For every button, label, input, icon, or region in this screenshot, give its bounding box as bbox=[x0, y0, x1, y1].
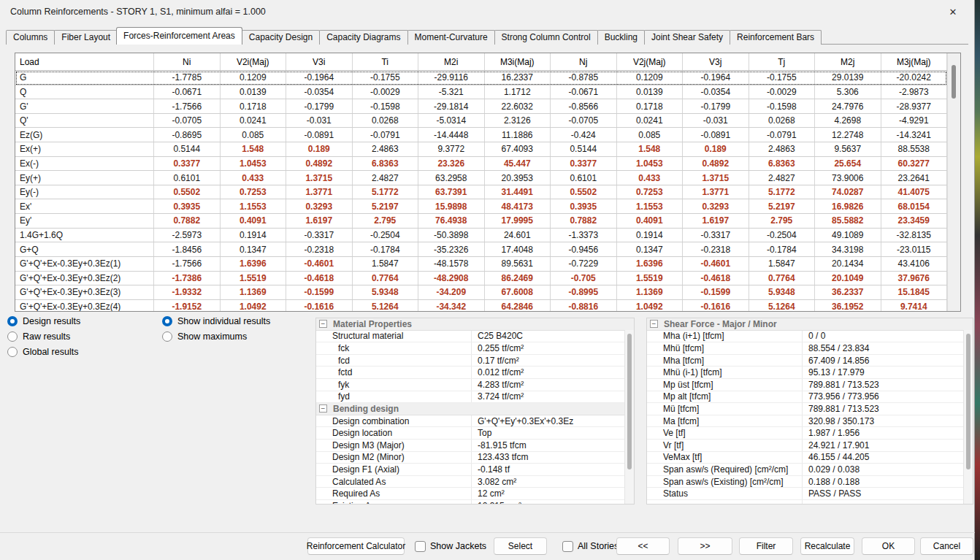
tab-capacity-design[interactable]: Capacity Design bbox=[242, 30, 320, 45]
collapse-icon[interactable]: − bbox=[319, 404, 327, 413]
table-row-g-q[interactable]: G+Q-1.84560.1347-0.2318-0.1784-35.232617… bbox=[15, 242, 947, 257]
reinforcement-calculator-button[interactable]: Reinforcement Calculator bbox=[307, 537, 405, 555]
shear-panel-scrollbar[interactable] bbox=[963, 330, 973, 504]
table-row-g[interactable]: G-1.77850.1209-0.1964-0.1755-29.911616.2… bbox=[15, 71, 947, 85]
property-row-existing-as[interactable]: Existing As12.315 cm² bbox=[316, 500, 634, 505]
tab-capacity-diagrams[interactable]: Capacity Diagrams bbox=[319, 30, 407, 45]
table-row-g-q-ex-0-3ey-0-3ez-3[interactable]: G'+Q'+Ex-0.3Ey+0.3Ez(3)-1.93321.1369-0.1… bbox=[15, 285, 947, 300]
title-bar[interactable]: Column Reinforcements - STORY 1, S1, min… bbox=[0, 0, 974, 23]
table-row-ex[interactable]: Ex(-)0.33771.04530.48926.836323.32645.44… bbox=[15, 157, 947, 172]
property-row-design-m2-minor[interactable]: Design M2 (Minor)123.433 tfcm bbox=[316, 452, 634, 464]
filter-button[interactable]: Filter bbox=[739, 537, 793, 555]
property-row-span-asw-s-existing-cm-cm[interactable]: Span asw/s (Existing) [cm²/cm]0.188 / 0.… bbox=[647, 476, 973, 488]
table-vertical-scrollbar[interactable] bbox=[947, 53, 960, 311]
collapse-icon[interactable]: − bbox=[650, 320, 658, 328]
column-header-tj[interactable]: Tj bbox=[749, 53, 816, 70]
cancel-button[interactable]: Cancel bbox=[920, 537, 973, 555]
property-row-mh-i-1-tfcm[interactable]: Mhü (i-1) [tfcm]95.13 / 17.979 bbox=[647, 367, 973, 379]
select-button[interactable]: Select bbox=[494, 537, 547, 555]
tab-fiber-layout[interactable]: Fiber Layout bbox=[54, 30, 118, 45]
property-row-span-asw-s-required-cm-cm[interactable]: Span asw/s (Required) [cm²/cm]0.029 / 0.… bbox=[647, 464, 973, 476]
property-row-vemax-tf[interactable]: VeMax [tf]46.155 / 44.205 bbox=[647, 452, 973, 464]
ok-button[interactable]: OK bbox=[862, 537, 915, 555]
radio-design-results[interactable]: Design results bbox=[7, 315, 80, 327]
property-row-fyd[interactable]: fyd3.724 tf/cm² bbox=[316, 391, 634, 404]
column-header-v3j[interactable]: V3j bbox=[683, 53, 749, 70]
scrollbar-thumb[interactable] bbox=[966, 334, 971, 469]
column-header-v2j-maj[interactable]: V2j(Maj) bbox=[617, 53, 684, 70]
property-row-ma-tfcm[interactable]: Ma [tfcm]320.98 / 350.173 bbox=[647, 415, 973, 428]
tab-strong-column-control[interactable]: Strong Column Control bbox=[494, 30, 598, 45]
column-header-m2j[interactable]: M2j bbox=[815, 53, 881, 70]
table-row-g[interactable]: G'-1.75660.1718-0.1799-0.1598-29.181422.… bbox=[15, 99, 947, 114]
property-row-design-f1-axial[interactable]: Design F1 (Axial)-0.148 tf bbox=[316, 464, 634, 476]
column-header-load[interactable]: Load bbox=[15, 53, 154, 70]
property-row-required-as[interactable]: Required As12 cm² bbox=[316, 488, 634, 500]
property-row-design-location[interactable]: Design locationTop bbox=[316, 427, 634, 440]
recalculate-button[interactable]: Recalculate bbox=[800, 537, 854, 555]
table-row-ey[interactable]: Ey(-)0.55020.72531.37715.177263.739131.4… bbox=[15, 185, 947, 200]
column-header-nj[interactable]: Nj bbox=[551, 53, 617, 70]
next-button[interactable]: >> bbox=[678, 537, 732, 555]
property-row-mp-st-tfcm[interactable]: Mp üst [tfcm]789.881 / 713.523 bbox=[647, 379, 973, 391]
table-row-g-q-ex-0-3ey-0-3ez-4[interactable]: G'+Q'+Ex-0.3Ey+0.3Ez(4)-1.91521.0492-0.1… bbox=[15, 300, 947, 311]
table-row-q[interactable]: Q'-0.07050.0241-0.0310.0268-5.03142.3126… bbox=[15, 114, 947, 129]
table-row-g-q-ex-0-3ey-0-3ez-2[interactable]: G'+Q'+Ex-0.3Ey+0.3Ez(2)-1.73861.5519-0.4… bbox=[15, 272, 947, 286]
tab-moment-curvature[interactable]: Moment-Curvature bbox=[407, 30, 495, 45]
property-row-fyk[interactable]: fyk4.283 tf/cm² bbox=[316, 379, 634, 391]
column-header-ti[interactable]: Ti bbox=[353, 53, 419, 70]
table-row-ey[interactable]: Ey'0.78820.40911.61972.79576.493817.9995… bbox=[15, 214, 947, 229]
radio-show-individual-results[interactable]: Show individual results bbox=[162, 315, 270, 327]
table-row-1-4g-1-6q[interactable]: 1.4G+1.6Q-2.59730.1914-0.3317-0.2504-50.… bbox=[15, 229, 947, 243]
property-row-mha-i-1-tfcm[interactable]: Mha (i+1) [tfcm]0 / 0 bbox=[647, 331, 973, 343]
all-stories-checkbox[interactable]: All Stories bbox=[562, 537, 619, 555]
tab-buckling[interactable]: Buckling bbox=[597, 30, 645, 45]
column-header-ni[interactable]: Ni bbox=[154, 53, 221, 70]
scrollbar-thumb[interactable] bbox=[627, 334, 632, 469]
property-row-design-m3-major[interactable]: Design M3 (Major)-81.915 tfcm bbox=[316, 440, 634, 452]
property-label: Design F1 (Axial) bbox=[316, 464, 471, 475]
column-header-m3i-maj[interactable]: M3i(Maj) bbox=[485, 53, 551, 70]
property-row-structural-material[interactable]: Structural materialC25 B420C bbox=[316, 331, 634, 343]
radio-show-maximums[interactable]: Show maximums bbox=[162, 331, 247, 342]
property-row-mha-tfcm[interactable]: Mha [tfcm]67.409 / 14.856 bbox=[647, 355, 973, 367]
tab-columns[interactable]: Columns bbox=[6, 30, 55, 45]
value-cell: 1.5847 bbox=[749, 257, 816, 271]
close-icon[interactable]: ✕ bbox=[938, 0, 968, 23]
column-header-v2i-maj[interactable]: V2i(Maj) bbox=[221, 53, 287, 70]
table-row-q[interactable]: Q-0.06710.0139-0.0354-0.0029-5.3211.1712… bbox=[15, 85, 947, 100]
property-row-calculated-as[interactable]: Calculated As3.082 cm² bbox=[316, 476, 634, 488]
material-panel-scrollbar[interactable] bbox=[624, 330, 634, 504]
property-row-fcd[interactable]: fcd0.17 tf/cm² bbox=[316, 355, 634, 367]
property-row-status[interactable]: StatusPASS / PASS bbox=[647, 488, 973, 500]
tab-forces-reinforcement-areas[interactable]: Forces-Reinforcement Areas bbox=[116, 27, 242, 45]
column-header-m3j-maj[interactable]: M3j(Maj) bbox=[881, 53, 948, 70]
property-row-design-combination[interactable]: Design combinationG'+Q'+Ey'+0.3Ex'+0.3Ez bbox=[316, 415, 634, 428]
section-header-shear-force-major-minor[interactable]: −Shear Force - Major / Minor bbox=[647, 318, 973, 331]
property-row-fck[interactable]: fck0.255 tf/cm² bbox=[316, 342, 634, 355]
section-header-bending-design[interactable]: −Bending design bbox=[316, 403, 634, 415]
table-row-ex[interactable]: Ex(+)0.51441.5480.1892.48639.377267.4093… bbox=[15, 142, 947, 157]
property-row-m-tfcm[interactable]: Mü [tfcm]789.881 / 713.523 bbox=[647, 403, 973, 415]
scrollbar-thumb[interactable] bbox=[952, 65, 956, 99]
property-row-vr-tf[interactable]: Vr [tf]24.921 / 17.901 bbox=[647, 440, 973, 452]
table-row-g-q-ex-0-3ey-0-3ez-1[interactable]: G'+Q'+Ex-0.3Ey+0.3Ez(1)-1.75661.6396-0.4… bbox=[15, 257, 947, 272]
tab-reinforcement-bars[interactable]: Reinforcement Bars bbox=[730, 30, 822, 45]
value-cell: 68.0154 bbox=[881, 199, 948, 213]
radio-raw-results[interactable]: Raw results bbox=[7, 331, 70, 342]
collapse-icon[interactable]: − bbox=[319, 320, 327, 328]
table-row-ey[interactable]: Ey(+)0.61010.4331.37152.482763.295820.39… bbox=[15, 171, 947, 185]
tab-joint-shear-safety[interactable]: Joint Shear Safety bbox=[644, 30, 730, 45]
property-row-fctd[interactable]: fctd0.012 tf/cm² bbox=[316, 367, 634, 379]
previous-button[interactable]: << bbox=[616, 537, 670, 555]
section-header-material-properties[interactable]: −Material Properties bbox=[316, 318, 634, 331]
column-header-v3i[interactable]: V3i bbox=[286, 53, 353, 70]
column-header-m2i[interactable]: M2i bbox=[418, 53, 485, 70]
table-row-ez-g[interactable]: Ez(G)-0.86950.085-0.0891-0.0791-14.44481… bbox=[15, 128, 947, 142]
property-row-mh-tfcm[interactable]: Mhü [tfcm]88.554 / 23.834 bbox=[647, 342, 973, 355]
property-row-ve-tf[interactable]: Ve [tf]1.987 / 1.956 bbox=[647, 427, 973, 440]
property-row-mp-alt-tfcm[interactable]: Mp alt [tfcm]773.956 / 773.956 bbox=[647, 391, 973, 404]
table-row-ex[interactable]: Ex'0.39351.15530.32935.219715.989848.417… bbox=[15, 199, 947, 214]
radio-global-results[interactable]: Global results bbox=[7, 346, 78, 358]
show-jackets-checkbox[interactable]: Show Jackets bbox=[415, 537, 486, 555]
